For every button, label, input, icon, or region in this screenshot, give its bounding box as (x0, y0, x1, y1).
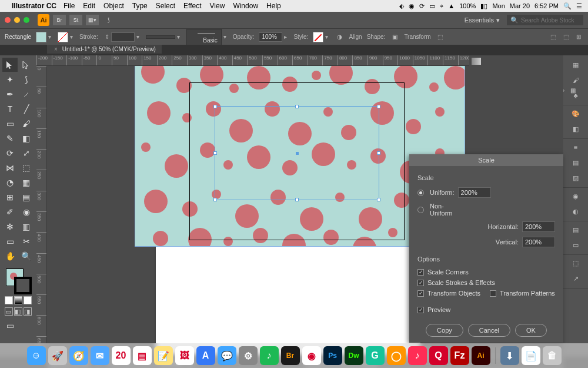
style-swatch[interactable]: ▾ (313, 32, 330, 42)
gpu-button[interactable]: ⟆ (102, 15, 115, 25)
close-window[interactable] (5, 17, 11, 23)
menu-edit[interactable]: Edit (83, 2, 95, 10)
scale-tool[interactable]: ⤢ (19, 146, 34, 160)
isolate-icon[interactable]: ⬚ (548, 32, 557, 42)
dock-trash[interactable]: 🗑 (543, 346, 562, 365)
fill-swatch[interactable]: ▾ (36, 32, 53, 42)
transparency-panel-icon[interactable]: ▨ (570, 172, 582, 184)
column-graph-tool[interactable]: ▥ (19, 220, 34, 234)
blend-tool[interactable]: ◉ (19, 205, 34, 219)
more-icon[interactable]: ⊞ (574, 32, 583, 42)
stock-search-input[interactable] (521, 17, 580, 24)
minimize-window[interactable] (14, 17, 20, 23)
recolor-icon[interactable]: ◑ (335, 32, 344, 42)
variable-width[interactable]: ▾ (146, 34, 182, 40)
perspective-tool[interactable]: ▦ (19, 175, 34, 190)
width-tool[interactable]: ⋈ (2, 161, 18, 175)
shape-builder-tool[interactable]: ◔ (2, 175, 18, 190)
type-tool[interactable]: T (2, 102, 18, 116)
menu-object[interactable]: Object (103, 2, 124, 10)
dock-filezilla[interactable]: Fz (450, 346, 469, 365)
none-mode[interactable] (24, 296, 32, 304)
workspace-switcher[interactable]: Essentials ▾ (461, 15, 503, 25)
direct-selection-tool[interactable] (19, 58, 34, 72)
gradient-mode[interactable] (14, 296, 22, 304)
dock-chrome[interactable]: ◉ (302, 346, 321, 365)
menu-help[interactable]: Help (266, 2, 281, 10)
asset-export-icon[interactable]: ↗ (570, 273, 582, 284)
magic-wand-tool[interactable]: ✦ (2, 72, 18, 87)
slice-tool[interactable]: ✂ (19, 234, 34, 248)
chk-scale-strokes[interactable] (417, 280, 424, 286)
radio-nonuniform[interactable] (417, 207, 424, 213)
brush-profile[interactable]: Basic▾ (186, 29, 228, 45)
chk-transform-objects[interactable] (417, 290, 424, 297)
menu-effect[interactable]: Effect (183, 2, 201, 10)
dock-notes[interactable]: 📝 (154, 346, 173, 365)
stock-search[interactable]: 🔍 (507, 15, 583, 25)
opacity-input[interactable]: ▸ (259, 32, 289, 42)
fill-stroke-swatch[interactable] (2, 266, 34, 296)
transform-icon[interactable]: ⬚ (436, 32, 445, 42)
eraser-tool[interactable]: ◧ (19, 131, 34, 145)
draw-inside[interactable]: ◨ (24, 307, 32, 316)
shape-props-icon[interactable]: ▣ (390, 32, 399, 42)
dock-app-o[interactable]: ◯ (387, 346, 406, 365)
free-transform-tool[interactable]: ⬚ (19, 161, 34, 175)
color-panel-icon[interactable]: 🎨 (570, 108, 582, 120)
lasso-tool[interactable]: ⟆ (19, 72, 34, 87)
graphic-styles-icon[interactable]: ◐ (570, 205, 582, 217)
dock-reminders[interactable]: ▤ (133, 346, 152, 365)
cc-icon[interactable]: ◉ (409, 2, 415, 10)
chk-transform-patterns[interactable] (490, 290, 496, 297)
curvature-tool[interactable]: ⟋ (19, 87, 34, 101)
mesh-tool[interactable]: ⊞ (2, 190, 18, 204)
dock-calendar[interactable]: 20 (112, 346, 131, 365)
dock-launchpad[interactable]: 🚀 (48, 346, 67, 365)
menu-file[interactable]: File (64, 2, 75, 10)
shaper-tool[interactable]: ✎ (2, 131, 18, 145)
shape-type[interactable]: Rectangle (5, 34, 31, 40)
brush-tool[interactable]: 🖌 (19, 117, 34, 131)
cancel-button[interactable]: Cancel (468, 324, 510, 337)
copy-button[interactable]: Copy (426, 324, 463, 337)
display-icon[interactable]: ▭ (429, 2, 435, 10)
close-tab-icon[interactable]: × (53, 46, 59, 52)
draw-normal[interactable]: ▭ (5, 307, 13, 316)
layers-panel-icon[interactable]: ▤ (570, 224, 582, 236)
artboard-tool[interactable]: ▭ (2, 234, 18, 248)
libraries-icon[interactable]: ⬚ (570, 257, 582, 269)
bridge-button[interactable]: Br (53, 15, 66, 25)
chk-scale-corners[interactable] (417, 269, 424, 276)
battery-icon[interactable]: ▮▯ (480, 2, 487, 10)
wifi-icon[interactable]: ▲ (448, 2, 455, 9)
uniform-input[interactable] (458, 187, 491, 198)
dock-preview[interactable]: 🖼 (175, 346, 194, 365)
dock-safari[interactable]: 🧭 (69, 346, 88, 365)
rectangle-tool[interactable]: ▭ (2, 117, 18, 131)
symbol-sprayer-tool[interactable]: ✻ (2, 220, 18, 234)
horizontal-input[interactable] (522, 221, 555, 232)
dock-mail[interactable]: ✉ (91, 346, 109, 365)
selection-bounding-box[interactable] (215, 106, 379, 200)
maximize-window[interactable] (24, 17, 29, 23)
dock-messages[interactable]: 💬 (218, 346, 236, 365)
stroke-swatch-control[interactable]: ▾ (58, 32, 75, 42)
bluetooth-icon[interactable]: ⌖ (440, 2, 443, 10)
artboards-panel-icon[interactable]: ▭ (570, 239, 582, 251)
dialog-title[interactable]: Scale (409, 154, 563, 166)
edit-icon[interactable]: ⬚ (561, 32, 570, 42)
dock-appstore[interactable]: A (196, 346, 215, 365)
appearance-panel-icon[interactable]: ◉ (570, 190, 582, 202)
gradient-panel-icon[interactable]: ▤ (570, 157, 582, 168)
ruler-vertical[interactable]: 050100150200250300350400450500550600650 (36, 66, 47, 357)
dock-spotify[interactable]: ♪ (260, 346, 279, 365)
dock-settings[interactable]: ⚙ (239, 346, 258, 365)
chk-preview[interactable] (417, 307, 424, 313)
radio-uniform[interactable] (417, 190, 424, 196)
dock-dreamweaver[interactable]: Dw (345, 346, 363, 365)
arrange-button[interactable]: ▦▾ (86, 15, 99, 25)
selection-tool[interactable] (2, 58, 18, 72)
dock-documents[interactable]: 📄 (522, 346, 540, 365)
dock-downloads[interactable]: ⬇ (500, 346, 519, 365)
